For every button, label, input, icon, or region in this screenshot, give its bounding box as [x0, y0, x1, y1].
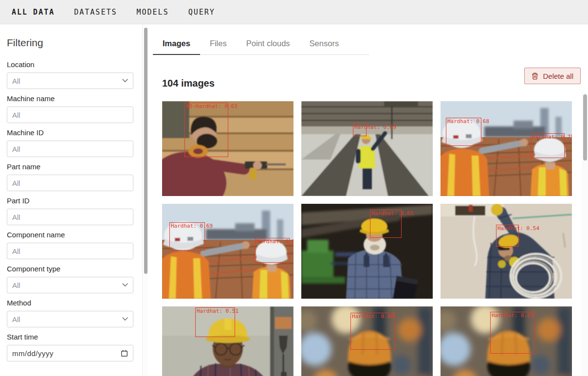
filter-label: Part name: [7, 162, 133, 171]
nav-item-all-data[interactable]: ALL DATA: [12, 8, 55, 17]
delete-all-label: Delete all: [543, 72, 573, 80]
main-scrollbar-thumb[interactable]: [583, 94, 587, 161]
detection-bbox: Hardhat: 0.69: [353, 124, 367, 136]
method-select[interactable]: All: [7, 311, 133, 327]
date-placeholder: mm/dd/yyyy: [12, 349, 54, 358]
detection-label: Hardhat: 0.81: [257, 238, 294, 245]
chevron-down-icon: [122, 79, 128, 83]
chevron-down-icon: [122, 317, 128, 321]
part-name-input[interactable]: [7, 175, 133, 191]
tab-files[interactable]: Files: [200, 39, 237, 54]
filter-group-machine-name: Machine name: [7, 94, 133, 123]
filter-group-part-name: Part name: [7, 162, 133, 191]
detection-bbox: NO-Hardhat: 0.63: [184, 103, 228, 157]
nav-item-datasets[interactable]: DATASETS: [74, 8, 117, 17]
image-grid: NO-Hardhat: 0.63 Hardhat: 0.69 Hardhat: …: [162, 101, 572, 376]
filter-group-component-name: Component name: [7, 231, 133, 259]
filter-label: Method: [7, 299, 133, 307]
tab-sensors[interactable]: Sensors: [300, 39, 349, 54]
detection-label: Hardhat: 0.51: [197, 308, 239, 314]
tab-images[interactable]: Images: [153, 39, 200, 55]
detection-label: Hardhat: 0.68: [447, 118, 489, 125]
detection-label: Hardhat: 0.65: [371, 210, 413, 216]
select-value: All: [12, 281, 20, 289]
photo-tablet-worker: [301, 204, 433, 299]
detection-bbox: Hardhat: 0.51: [195, 307, 235, 337]
content-tabs: Images Files Point clouds Sensors: [153, 39, 369, 55]
detection-bbox: Hardhat: 0.81: [255, 238, 290, 263]
detection-bbox: Hardhat: 0.75: [531, 133, 565, 158]
filter-label: Component name: [7, 231, 133, 239]
detection-label: Hardhat: 0.66: [352, 313, 394, 320]
trash-icon: [532, 72, 538, 80]
image-thumbnail[interactable]: Hardhat: 0.69 Hardhat: 0.81: [162, 204, 294, 299]
component-name-input[interactable]: [7, 243, 133, 259]
location-select[interactable]: All: [7, 72, 133, 89]
filter-label: Machine ID: [7, 128, 133, 137]
main-scrollbar[interactable]: [582, 92, 588, 376]
image-count-heading: 104 images: [162, 78, 215, 89]
machine-id-input[interactable]: [7, 141, 133, 157]
detection-bbox: Hardhat: 0.66: [350, 313, 395, 350]
detection-label: Hardhat: 0.75: [532, 134, 572, 140]
nav-item-query[interactable]: QUERY: [188, 8, 215, 17]
filter-panel-title: Filtering: [7, 37, 133, 49]
nav-item-models[interactable]: MODELS: [137, 8, 169, 17]
part-id-input[interactable]: [7, 209, 133, 225]
calendar-icon: [121, 350, 128, 357]
image-thumbnail[interactable]: Hardhat: 0.51: [162, 306, 294, 376]
detection-bbox: Hardhat: 0.65: [370, 210, 402, 238]
filter-group-start-time: Start time mm/dd/yyyy: [7, 333, 133, 361]
detection-label: Hardhat: 0.69: [354, 124, 396, 130]
sidebar-scrollbar[interactable]: [142, 24, 148, 376]
filter-group-part-id: Part ID: [7, 197, 133, 225]
filter-label: Machine name: [7, 94, 133, 103]
image-thumbnail[interactable]: Hardhat: 0.69: [301, 101, 433, 196]
image-thumbnail[interactable]: Hardhat: 0.54: [441, 204, 572, 299]
detection-bbox: Hardhat: 0.69: [169, 222, 205, 251]
machine-name-input[interactable]: [7, 107, 133, 123]
filter-panel: Filtering Location All Machine name Mach…: [0, 24, 142, 376]
filter-label: Part ID: [7, 197, 133, 205]
top-nav: ALL DATA DATASETS MODELS QUERY: [0, 0, 588, 24]
select-value: All: [12, 315, 20, 323]
chevron-down-icon: [122, 283, 128, 287]
detection-label: Hardhat: 0.69: [171, 223, 213, 229]
detection-label: Hardhat: 0.54: [497, 225, 539, 232]
filter-label: Component type: [7, 265, 133, 273]
start-time-date-input[interactable]: mm/dd/yyyy: [7, 345, 133, 361]
filter-label: Location: [7, 60, 133, 69]
filter-group-location: Location All: [7, 60, 133, 89]
filter-group-machine-id: Machine ID: [7, 128, 133, 157]
photo-factory-hall-worker: [301, 101, 433, 196]
delete-all-button[interactable]: Delete all: [524, 68, 581, 84]
image-thumbnail[interactable]: Hardhat: 0.68 Hardhat: 0.75: [441, 101, 572, 196]
detection-bbox: Hardhat: 0.54: [496, 225, 519, 247]
detection-bbox: Hardhat: 0.68: [446, 118, 481, 146]
component-type-select[interactable]: All: [7, 277, 133, 293]
detection-bbox: Hardhat: 0.65: [490, 312, 534, 354]
tab-point-clouds[interactable]: Point clouds: [237, 39, 300, 54]
filter-group-method: Method All: [7, 299, 133, 327]
sidebar-scrollbar-thumb[interactable]: [144, 28, 147, 274]
select-value: All: [12, 77, 20, 85]
image-thumbnail[interactable]: Hardhat: 0.66: [301, 306, 433, 376]
filter-label: Start time: [7, 333, 133, 341]
image-thumbnail[interactable]: Hardhat: 0.65: [441, 306, 572, 376]
photo-electrician-cable-coil: [441, 204, 572, 299]
image-thumbnail[interactable]: NO-Hardhat: 0.63: [162, 101, 294, 196]
image-thumbnail[interactable]: Hardhat: 0.65: [301, 204, 433, 299]
detection-label: Hardhat: 0.65: [492, 312, 533, 319]
filter-group-component-type: Component type All: [7, 265, 133, 293]
main-content: Images Files Point clouds Sensors 104 im…: [148, 24, 588, 376]
detection-label: NO-Hardhat: 0.63: [186, 103, 238, 109]
